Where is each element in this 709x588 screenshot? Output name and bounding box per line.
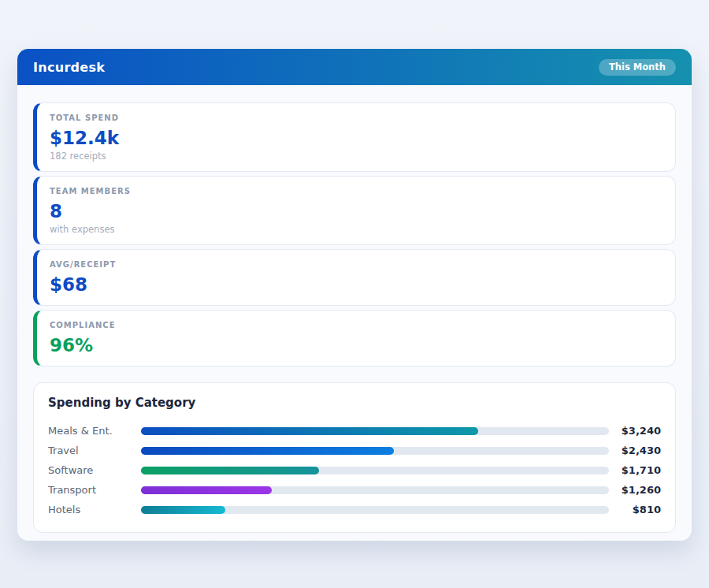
chart-row: Travel$2,430 — [48, 441, 661, 460]
stat-value: $68 — [50, 274, 663, 296]
bar-fill — [141, 506, 225, 514]
category-value: $1,260 — [609, 484, 661, 496]
category-label: Meals & Ent. — [48, 425, 141, 437]
bar-fill — [141, 486, 272, 494]
category-value: $810 — [609, 504, 661, 515]
stat-card: COMPLIANCE96% — [33, 310, 676, 367]
stat-label: TEAM MEMBERS — [50, 186, 663, 196]
stat-card: TOTAL SPEND$12.4k182 receipts — [33, 102, 676, 172]
stat-label: COMPLIANCE — [50, 320, 663, 330]
spending-by-category-card: Spending by Category Meals & Ent.$3,240T… — [33, 382, 676, 533]
app-title: Incurdesk — [33, 60, 105, 75]
stat-value: 96% — [50, 334, 663, 356]
chart-row: Meals & Ent.$3,240 — [48, 421, 661, 441]
chart-row: Hotels$810 — [48, 500, 661, 519]
stat-card: AVG/RECEIPT$68 — [33, 249, 676, 306]
stat-sublabel: 182 receipts — [50, 151, 663, 162]
period-badge[interactable]: This Month — [599, 59, 676, 76]
bar-track — [141, 467, 609, 474]
bar-track — [141, 486, 609, 494]
stat-value: 8 — [50, 200, 663, 222]
stat-card-list: TOTAL SPEND$12.4k182 receiptsTEAM MEMBER… — [33, 102, 676, 367]
bar-fill — [141, 427, 478, 435]
stat-sublabel: with expenses — [50, 225, 663, 235]
dashboard-content: TOTAL SPEND$12.4k182 receiptsTEAM MEMBER… — [17, 85, 692, 541]
stat-label: AVG/RECEIPT — [50, 259, 663, 270]
chart-row: Software$1,710 — [48, 460, 661, 480]
bar-fill — [141, 447, 394, 455]
category-label: Transport — [48, 484, 141, 496]
stat-card: TEAM MEMBERS8with expenses — [33, 176, 676, 245]
category-label: Travel — [48, 445, 141, 456]
category-value: $1,710 — [609, 464, 661, 476]
bar-track — [141, 447, 609, 455]
bar-track — [141, 506, 609, 514]
category-label: Software — [48, 464, 141, 476]
category-label: Hotels — [48, 504, 141, 515]
chart-row: Transport$1,260 — [48, 480, 661, 500]
stat-value: $12.4k — [50, 127, 663, 149]
dashboard-panel: Incurdesk This Month TOTAL SPEND$12.4k18… — [17, 49, 692, 541]
category-value: $3,240 — [609, 425, 661, 437]
bar-fill — [141, 467, 319, 474]
stat-label: TOTAL SPEND — [50, 113, 663, 123]
category-value: $2,430 — [609, 445, 661, 456]
chart-title: Spending by Category — [48, 396, 661, 410]
bar-track — [141, 427, 609, 435]
app-header: Incurdesk This Month — [17, 49, 692, 85]
chart-row-list: Meals & Ent.$3,240Travel$2,430Software$1… — [48, 421, 661, 519]
